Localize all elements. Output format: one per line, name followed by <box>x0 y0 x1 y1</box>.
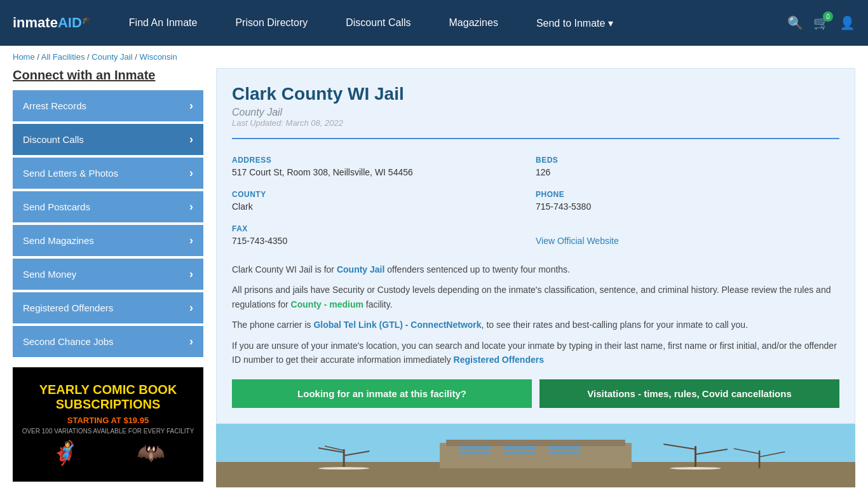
breadcrumb-home[interactable]: Home <box>13 52 35 62</box>
website-label-empty <box>536 224 839 233</box>
fax-value: 715-743-4350 <box>232 236 536 246</box>
facility-desc-2: All prisons and jails have Security or C… <box>232 283 839 311</box>
facility-type: County Jail <box>232 107 839 118</box>
chevron-right-icon: › <box>189 166 193 180</box>
website-block: View Official Website <box>536 218 839 252</box>
cta-buttons: Looking for an inmate at this facility? … <box>232 379 839 408</box>
breadcrumb-wisconsin[interactable]: Wisconsin <box>139 52 177 62</box>
chevron-right-icon: › <box>189 99 193 112</box>
sidebar-item-label: Arrest Records <box>23 100 86 111</box>
ad-desc: OVER 100 VARIATIONS AVAILABLE FOR EVERY … <box>22 428 194 435</box>
sidebar-item-label: Second Chance Jobs <box>23 336 114 347</box>
logo-text: inmateAID🎓 <box>13 15 91 31</box>
sidebar-item-registered-offenders[interactable]: Registered Offenders › <box>13 292 203 323</box>
breadcrumb-county-jail[interactable]: County Jail <box>92 52 132 62</box>
sidebar-item-send-money[interactable]: Send Money › <box>13 259 203 290</box>
county-medium-link[interactable]: County - medium <box>291 299 363 309</box>
find-inmate-button[interactable]: Looking for an inmate at this facility? <box>232 379 532 408</box>
content-area: Clark County WI Jail County Jail Last Up… <box>216 68 855 487</box>
ad-title: YEARLY COMIC BOOKSUBSCRIPTIONS <box>22 383 194 412</box>
desc1-cont: offenders sentenced up to twenty four mo… <box>384 264 570 274</box>
beds-value: 126 <box>536 167 839 177</box>
phone-label: PHONE <box>536 190 839 199</box>
svg-rect-6 <box>548 446 580 449</box>
sidebar-item-arrest-records[interactable]: Arrest Records › <box>13 90 203 121</box>
website-link[interactable]: View Official Website <box>536 236 619 246</box>
facility-photo-svg <box>216 424 855 487</box>
facility-desc-1: Clark County WI Jail is for County Jail … <box>232 262 839 276</box>
county-label: COUNTY <box>232 190 536 199</box>
desc1-text: Clark County WI Jail is for <box>232 264 337 274</box>
nav-right: 🔍 🛒 0 👤 <box>787 15 855 30</box>
search-icon[interactable]: 🔍 <box>787 15 803 30</box>
phone-block: PHONE 715-743-5380 <box>536 184 839 218</box>
svg-point-21 <box>670 467 721 470</box>
chevron-right-icon: › <box>189 200 193 214</box>
nav-prison-directory[interactable]: Prison Directory <box>216 0 327 46</box>
address-value: 517 Court St, Room 308, Neillsville, WI … <box>232 167 536 177</box>
visitations-button[interactable]: Visitations - times, rules, Covid cancel… <box>539 379 839 408</box>
sidebar-ad[interactable]: YEARLY COMIC BOOKSUBSCRIPTIONS STARTING … <box>13 367 203 482</box>
address-block: ADDRESS 517 Court St, Room 308, Neillsvi… <box>232 149 536 184</box>
nav-find-inmate[interactable]: Find An Inmate <box>110 0 217 46</box>
cart-badge: 0 <box>823 11 833 22</box>
facility-updated: Last Updated: March 08, 2022 <box>232 118 839 128</box>
fax-label: FAX <box>232 224 536 233</box>
chevron-right-icon: › <box>189 234 193 247</box>
chevron-right-icon: › <box>189 301 193 315</box>
svg-rect-4 <box>459 446 491 449</box>
main-nav: Find An Inmate Prison Directory Discount… <box>110 0 787 46</box>
header: inmateAID🎓 Find An Inmate Prison Directo… <box>0 0 868 46</box>
user-icon[interactable]: 👤 <box>839 15 855 30</box>
fax-block: FAX 715-743-4350 <box>232 218 536 252</box>
registered-offenders-link[interactable]: Registered Offenders <box>454 355 544 365</box>
cart-icon[interactable]: 🛒 0 <box>813 15 829 30</box>
facility-title: Clark County WI Jail <box>232 84 839 104</box>
sidebar-item-label: Registered Offenders <box>23 302 113 313</box>
chevron-right-icon: › <box>189 268 193 281</box>
svg-rect-7 <box>459 451 491 454</box>
phone-carrier-link[interactable]: Global Tel Link (GTL) - ConnectNetwork <box>313 320 481 330</box>
svg-rect-3 <box>446 440 625 446</box>
nav-magazines[interactable]: Magazines <box>430 0 517 46</box>
nav-send-to-inmate[interactable]: Send to Inmate ▾ <box>517 0 632 46</box>
sidebar-item-discount-calls[interactable]: Discount Calls › <box>13 124 203 155</box>
county-jail-link[interactable]: County Jail <box>337 264 384 274</box>
phone-value: 715-743-5380 <box>536 201 839 212</box>
breadcrumb-all-facilities[interactable]: All Facilities <box>41 52 85 62</box>
chevron-right-icon: › <box>189 335 193 348</box>
desc3-cont: , to see their rates and best-calling pl… <box>482 320 748 330</box>
ad-price: STARTING AT $19.95 <box>22 416 194 425</box>
sidebar-menu: Arrest Records › Discount Calls › Send L… <box>13 90 203 357</box>
sidebar-item-second-chance-jobs[interactable]: Second Chance Jobs › <box>13 326 203 357</box>
ad-content: YEARLY COMIC BOOKSUBSCRIPTIONS STARTING … <box>16 376 201 473</box>
sidebar-title: Connect with an Inmate <box>13 68 203 83</box>
sidebar-item-label: Send Money <box>23 269 76 280</box>
nav-discount-calls[interactable]: Discount Calls <box>327 0 430 46</box>
facility-desc-3: The phone carrier is Global Tel Link (GT… <box>232 318 839 332</box>
desc2-cont: facility. <box>363 299 393 309</box>
facility-desc-4: If you are unsure of your inmate's locat… <box>232 339 839 367</box>
facility-card: Clark County WI Jail County Jail Last Up… <box>216 68 855 424</box>
logo[interactable]: inmateAID🎓 <box>13 15 91 31</box>
sidebar-item-send-letters[interactable]: Send Letters & Photos › <box>13 158 203 189</box>
facility-photo <box>216 424 855 487</box>
sidebar-item-label: Send Magazines <box>23 235 94 246</box>
county-value: Clark <box>232 201 536 212</box>
main-layout: Connect with an Inmate Arrest Records › … <box>0 68 868 488</box>
address-label: ADDRESS <box>232 156 536 165</box>
sidebar-item-send-magazines[interactable]: Send Magazines › <box>13 225 203 256</box>
svg-rect-8 <box>504 451 536 454</box>
sidebar-item-send-postcards[interactable]: Send Postcards › <box>13 191 203 222</box>
sidebar-item-label: Send Postcards <box>23 201 90 212</box>
beds-label: BEDS <box>536 156 839 165</box>
facility-details: ADDRESS 517 Court St, Room 308, Neillsvi… <box>232 138 839 252</box>
beds-block: BEDS 126 <box>536 149 839 184</box>
sidebar-item-label: Discount Calls <box>23 134 84 145</box>
sidebar-item-label: Send Letters & Photos <box>23 168 118 179</box>
desc3-text: The phone carrier is <box>232 320 313 330</box>
svg-rect-5 <box>504 446 536 449</box>
svg-rect-9 <box>548 451 580 454</box>
county-block: COUNTY Clark <box>232 184 536 218</box>
chevron-right-icon: › <box>189 133 193 146</box>
